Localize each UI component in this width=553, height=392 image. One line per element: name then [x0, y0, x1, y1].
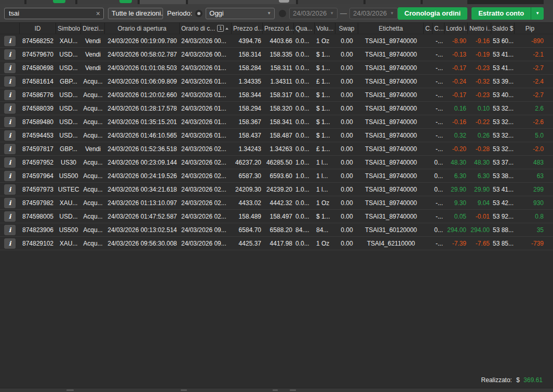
- column-header-label[interactable]: Etichetta: [358, 23, 424, 34]
- column-header-swap[interactable]: Swap: [335, 23, 358, 34]
- table-row[interactable]: i874597973USTECAcqu...24/03/2026 00:34:2…: [0, 183, 553, 196]
- cell-close_time: 24/03/2026 00...: [180, 37, 232, 45]
- info-button[interactable]: i: [4, 198, 16, 208]
- cell-qty: 1.0...: [294, 159, 315, 166]
- info-button[interactable]: i: [4, 90, 16, 100]
- column-header-qty[interactable]: Qua...: [294, 23, 315, 34]
- cell-net: 0.26: [468, 132, 491, 139]
- info-button[interactable]: i: [4, 130, 16, 141]
- cell-qty: 1.0...: [294, 186, 315, 193]
- search-input[interactable]: [8, 9, 94, 18]
- column-header-balance[interactable]: Saldo $: [491, 23, 515, 34]
- table-row[interactable]: i874597982XAU...Acqu...24/03/2026 01:13:…: [0, 196, 553, 210]
- cell-volume: 1 Oz: [315, 199, 335, 207]
- tab-stub[interactable]: [26, 0, 75, 4]
- table-row[interactable]: i874568252XAU...Vendi24/03/2026 00:19:09…: [0, 34, 553, 48]
- column-header-c1[interactable]: C...: [424, 23, 433, 34]
- table-row[interactable]: i874581614GBP...Acqu...24/03/2026 01:06:…: [0, 75, 553, 88]
- cell-qty: 0.0...: [294, 78, 315, 85]
- cell-gross: 29.90: [444, 186, 468, 193]
- table-row[interactable]: i874594453USD...Acqu...24/03/2026 01:46:…: [0, 129, 553, 142]
- cell-volume: $ 1...: [315, 213, 335, 220]
- column-header-symbol[interactable]: Simbolo: [56, 23, 81, 34]
- date-from-picker[interactable]: 24/03/2026 ▼: [289, 8, 338, 19]
- cell-open_time: 24/03/2026 01:01:08.503: [105, 64, 180, 72]
- custom-range-radio[interactable]: [279, 10, 286, 17]
- cell-volume: $ 1...: [315, 118, 335, 126]
- table-row[interactable]: i874586776USD...Acqu...24/03/2026 01:20:…: [0, 88, 553, 102]
- info-button[interactable]: i: [4, 117, 16, 127]
- column-header-close_price[interactable]: Prezzo d...: [263, 23, 294, 34]
- table-row[interactable]: i874598005USD...Acqu...24/03/2026 01:47:…: [0, 210, 553, 223]
- table-row[interactable]: i874588039USD...Acqu...24/03/2026 01:28:…: [0, 102, 553, 115]
- statement-button[interactable]: Estratto conto: [471, 7, 531, 20]
- table-row[interactable]: i874597817GBP...Vendi24/03/2026 01:52:36…: [0, 142, 553, 156]
- cell-balance: 53 41...: [491, 51, 515, 58]
- cell-close_price: 158.341: [263, 118, 294, 126]
- info-button[interactable]: i: [4, 157, 16, 168]
- info-cell: i: [0, 36, 20, 46]
- info-button[interactable]: i: [4, 144, 16, 154]
- cell-open_price: 4433.02: [232, 199, 263, 207]
- column-header-gross[interactable]: Lordo i...: [444, 23, 468, 34]
- column-header-net[interactable]: Netto i...: [468, 23, 491, 34]
- tab-stub[interactable]: [298, 0, 363, 4]
- date-to-picker[interactable]: 24/03/2026 ▼: [349, 8, 398, 19]
- info-button[interactable]: i: [4, 49, 16, 60]
- cell-pip: -739: [515, 240, 553, 247]
- cell-dir: Acqu...: [81, 240, 105, 247]
- cell-pip: 35: [515, 226, 553, 234]
- tab-stub[interactable]: [366, 0, 421, 4]
- cell-balance: 53 38...: [491, 172, 515, 180]
- cell-symbol: GBP...: [56, 145, 81, 153]
- info-cell: i: [0, 211, 20, 222]
- column-header-open_time[interactable]: Orario di apertura: [105, 23, 180, 34]
- search-box[interactable]: ×: [4, 8, 104, 19]
- period-preset-dropdown[interactable]: Oggi ▼: [206, 8, 275, 19]
- info-button[interactable]: i: [4, 36, 16, 46]
- column-header-c2[interactable]: C...: [433, 23, 444, 34]
- status-fragment: [290, 389, 296, 391]
- direction-filter-dropdown[interactable]: Tutte le direzioni... ▼: [108, 8, 163, 19]
- tab-stub[interactable]: [544, 0, 553, 4]
- cell-balance: 53 40...: [491, 91, 515, 99]
- info-button[interactable]: i: [4, 225, 16, 235]
- info-button[interactable]: i: [4, 171, 16, 181]
- filter-bar: × Tutte le direzioni... ▼ Periodo: Oggi …: [0, 4, 553, 23]
- column-header-pip[interactable]: Pip: [515, 23, 553, 34]
- statement-dropdown-button[interactable]: ▼: [531, 7, 544, 20]
- cell-symbol: US30: [56, 159, 81, 166]
- info-button[interactable]: i: [4, 184, 16, 195]
- order-history-button[interactable]: Cronologia ordini: [398, 7, 467, 20]
- tab-stub[interactable]: [423, 0, 467, 4]
- clear-search-icon[interactable]: ×: [94, 10, 100, 17]
- column-header-id[interactable]: ID: [20, 23, 56, 34]
- column-header-open_price[interactable]: Prezzo d...: [232, 23, 263, 34]
- table-row[interactable]: i874829102XAU...Acqu...24/03/2026 09:56:…: [0, 237, 553, 250]
- table-row[interactable]: i874597964US500Acqu...24/03/2026 00:24:1…: [0, 169, 553, 183]
- period-preset-radio[interactable]: [195, 10, 203, 17]
- cell-close_price: 6588.20: [263, 226, 294, 234]
- table-row[interactable]: i874580698USD...Vendi24/03/2026 01:01:08…: [0, 61, 553, 75]
- table-row[interactable]: i874589480USD...Acqu...24/03/2026 01:35:…: [0, 115, 553, 129]
- column-header-close_time[interactable]: Orario di c...1: [180, 23, 232, 34]
- tab-stub-active[interactable]: [140, 0, 186, 4]
- table-row[interactable]: i874823906US500Acqu...24/03/2026 00:13:0…: [0, 223, 553, 237]
- column-header-dir[interactable]: Direzi...: [81, 23, 105, 34]
- column-header-volume[interactable]: Volu...: [315, 23, 335, 34]
- info-button[interactable]: i: [4, 211, 16, 222]
- tab-stub[interactable]: [0, 0, 24, 4]
- info-button[interactable]: i: [4, 63, 16, 73]
- period-preset-value: Oggi: [209, 9, 223, 17]
- column-label: Etichetta: [379, 25, 403, 32]
- cell-id: 874594453: [20, 132, 56, 139]
- cell-volume: 1 l...: [315, 172, 335, 180]
- info-button[interactable]: i: [4, 103, 16, 114]
- table-row[interactable]: i874579670USD...Vendi24/03/2026 00:58:02…: [0, 48, 553, 61]
- cell-net: 294.00: [468, 226, 491, 234]
- table-row[interactable]: i874597952US30Acqu...24/03/2026 00:23:09…: [0, 156, 553, 169]
- realized-value: 369.61: [523, 376, 543, 384]
- cell-open_price: 158.489: [232, 213, 263, 220]
- info-button[interactable]: i: [4, 238, 16, 249]
- info-button[interactable]: i: [4, 76, 16, 87]
